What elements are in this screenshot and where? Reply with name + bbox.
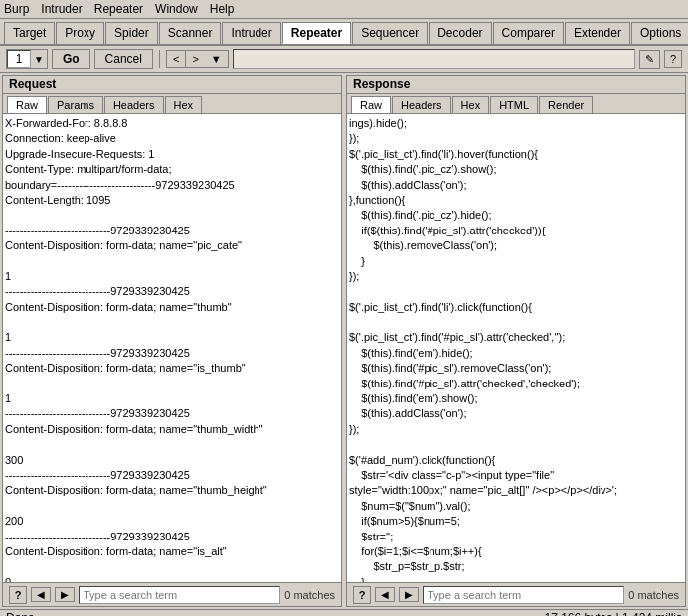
status-bar: Done 17,166 bytes | 1,424 millis (0, 609, 688, 616)
response-tab-raw[interactable]: Raw (351, 96, 391, 113)
url-input[interactable] (233, 49, 635, 69)
request-tab-params[interactable]: Params (48, 96, 103, 113)
response-text: ings).hide(); }); $('.pic_list_ct').find… (349, 116, 683, 582)
tab-number-group: 1 ▼ (6, 49, 48, 69)
response-size: 17,166 bytes | 1,424 millis (544, 611, 682, 616)
request-match-count: 0 matches (284, 589, 335, 601)
menu-repeater[interactable]: Repeater (94, 2, 143, 16)
request-tab-headers[interactable]: Headers (104, 96, 164, 113)
tab-decoder[interactable]: Decoder (429, 22, 491, 44)
tab-number-input[interactable]: 1 (7, 50, 31, 68)
tab-dropdown[interactable]: ▼ (31, 53, 47, 66)
response-search-input[interactable] (423, 586, 624, 604)
request-text: X-Forwarded-For: 8.8.8.8 Connection: kee… (5, 116, 339, 582)
menu-bar: Burp Intruder Repeater Window Help (0, 0, 688, 19)
nav-fwd-button[interactable]: > (186, 52, 204, 66)
main-tabbar: Target Proxy Spider Scanner Intruder Rep… (0, 19, 688, 46)
tab-extender[interactable]: Extender (565, 22, 630, 44)
cancel-button[interactable]: Cancel (94, 49, 153, 69)
main-area: Request Raw Params Headers Hex X-Forward… (0, 73, 688, 609)
tab-target[interactable]: Target (4, 22, 55, 44)
response-tab-hex[interactable]: Hex (452, 96, 490, 113)
toolbar: 1 ▼ Go Cancel < > ▼ ✎ ? (0, 46, 688, 73)
request-tab-hex[interactable]: Hex (165, 96, 203, 113)
response-tab-html[interactable]: HTML (490, 96, 538, 113)
response-title: Response (347, 76, 685, 94)
tab-proxy[interactable]: Proxy (56, 22, 104, 44)
menu-intruder[interactable]: Intruder (41, 2, 82, 16)
response-tab-headers[interactable]: Headers (392, 96, 451, 113)
status-text: Done (6, 611, 35, 616)
tab-intruder[interactable]: Intruder (222, 22, 280, 44)
request-search-input[interactable] (79, 586, 280, 604)
menu-window[interactable]: Window (155, 2, 198, 16)
response-content[interactable]: ings).hide(); }); $('.pic_list_ct').find… (347, 114, 685, 582)
request-tabs: Raw Params Headers Hex (3, 94, 341, 114)
separator (159, 50, 160, 68)
response-help-btn[interactable]: ? (353, 586, 371, 604)
request-bottom-bar: ? ◀ ▶ 0 matches (3, 582, 341, 606)
help-button[interactable]: ? (664, 50, 682, 68)
response-tab-render[interactable]: Render (539, 96, 593, 113)
nav-group: < > ▼ (166, 50, 229, 68)
request-next-btn[interactable]: ▶ (55, 587, 75, 602)
edit-button[interactable]: ✎ (639, 50, 660, 69)
response-pane: Response Raw Headers Hex HTML Render ing… (346, 75, 686, 607)
go-button[interactable]: Go (52, 49, 90, 69)
nav-back-button[interactable]: < (167, 52, 185, 66)
response-prev-btn[interactable]: ◀ (375, 587, 395, 602)
tab-repeater[interactable]: Repeater (282, 22, 351, 44)
request-content[interactable]: X-Forwarded-For: 8.8.8.8 Connection: kee… (3, 114, 341, 582)
request-prev-btn[interactable]: ◀ (31, 587, 51, 602)
request-tab-raw[interactable]: Raw (7, 96, 47, 113)
menu-burp[interactable]: Burp (4, 2, 29, 16)
tab-options[interactable]: Options (631, 22, 688, 44)
nav-down-button[interactable]: ▼ (205, 52, 228, 66)
request-help-btn[interactable]: ? (9, 586, 27, 604)
request-title: Request (3, 76, 341, 94)
response-next-btn[interactable]: ▶ (399, 587, 419, 602)
tab-sequencer[interactable]: Sequencer (352, 22, 428, 44)
response-bottom-bar: ? ◀ ▶ 0 matches (347, 582, 685, 606)
response-match-count: 0 matches (628, 589, 679, 601)
tab-spider[interactable]: Spider (105, 22, 158, 44)
tab-comparer[interactable]: Comparer (493, 22, 564, 44)
request-pane: Request Raw Params Headers Hex X-Forward… (2, 75, 342, 607)
menu-help[interactable]: Help (210, 2, 235, 16)
tab-scanner[interactable]: Scanner (159, 22, 222, 44)
response-tabs: Raw Headers Hex HTML Render (347, 94, 685, 114)
